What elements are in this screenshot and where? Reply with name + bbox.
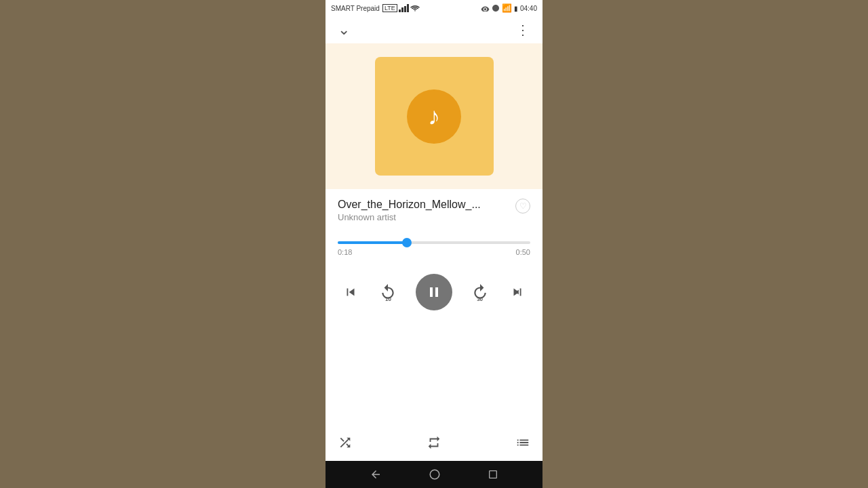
carrier-label: SMART Prepaid	[331, 5, 380, 12]
status-left: SMART Prepaid LTE	[331, 4, 420, 12]
bar4	[407, 4, 409, 12]
skip-next-icon	[510, 285, 525, 300]
favorite-button[interactable]: ♡	[515, 199, 530, 214]
phone-screen: SMART Prepaid LTE 📶	[326, 0, 542, 488]
skip-prev-button[interactable]	[340, 282, 361, 302]
recents-icon	[488, 469, 498, 480]
progress-thumb	[402, 238, 412, 247]
song-info: Over_the_Horizon_Mellow_... Unknown arti…	[326, 189, 542, 228]
music-note-circle: ♪	[407, 89, 461, 144]
progress-bar[interactable]	[338, 241, 530, 244]
alarm-icon	[492, 4, 500, 12]
bluetooth-icon: 📶	[502, 3, 512, 13]
eye-icon	[481, 5, 490, 12]
bar1	[399, 9, 401, 12]
signal-bars	[399, 4, 409, 12]
pause-icon	[426, 284, 442, 300]
shuffle-button[interactable]	[338, 435, 353, 450]
rewind-label: 10	[385, 296, 391, 302]
shuffle-icon	[338, 435, 353, 450]
album-art-area: ♪	[326, 43, 542, 189]
network-type: LTE	[382, 4, 397, 12]
bar2	[401, 7, 403, 12]
current-time: 0:18	[338, 248, 352, 256]
more-options-button[interactable]: ⋮	[513, 19, 533, 41]
queue-button[interactable]	[515, 435, 530, 450]
bottom-controls	[326, 424, 542, 461]
skip-next-button[interactable]	[507, 282, 528, 302]
music-note-icon: ♪	[428, 102, 440, 131]
collapse-button[interactable]: ⌄	[335, 18, 353, 41]
recents-button[interactable]	[488, 469, 498, 480]
progress-fill	[338, 241, 407, 244]
rewind-button[interactable]: 10	[376, 281, 399, 304]
status-bar: SMART Prepaid LTE 📶	[326, 0, 542, 16]
pause-button[interactable]	[416, 274, 452, 310]
repeat-button[interactable]	[427, 435, 441, 450]
forward-button[interactable]: 30	[469, 281, 492, 304]
svg-point-0	[430, 470, 439, 479]
home-icon	[429, 468, 441, 481]
bar3	[404, 6, 406, 12]
time-labels: 0:18 0:50	[338, 248, 530, 256]
song-artist: Unknown artist	[338, 212, 530, 222]
wifi-icon	[410, 4, 420, 12]
home-button[interactable]	[429, 468, 441, 481]
heart-icon: ♡	[519, 201, 527, 211]
queue-icon	[515, 435, 530, 450]
top-nav: ⌄ ⋮	[326, 16, 542, 43]
spacer	[326, 323, 542, 424]
repeat-icon	[427, 435, 441, 450]
forward-label: 30	[477, 296, 483, 302]
status-time: 04:40	[520, 5, 537, 12]
android-nav-bar	[326, 461, 542, 488]
svg-rect-1	[490, 471, 497, 479]
skip-prev-icon	[343, 285, 358, 300]
back-icon	[370, 468, 382, 481]
progress-section: 0:18 0:50	[326, 228, 542, 262]
status-right: 📶 ▮ 04:40	[481, 3, 537, 13]
song-title: Over_the_Horizon_Mellow_...	[338, 199, 530, 211]
album-art-box: ♪	[375, 57, 494, 176]
playback-controls: 10 30	[326, 262, 542, 323]
battery-icon: ▮	[514, 5, 518, 12]
total-time: 0:50	[516, 248, 530, 256]
back-button[interactable]	[370, 468, 382, 481]
